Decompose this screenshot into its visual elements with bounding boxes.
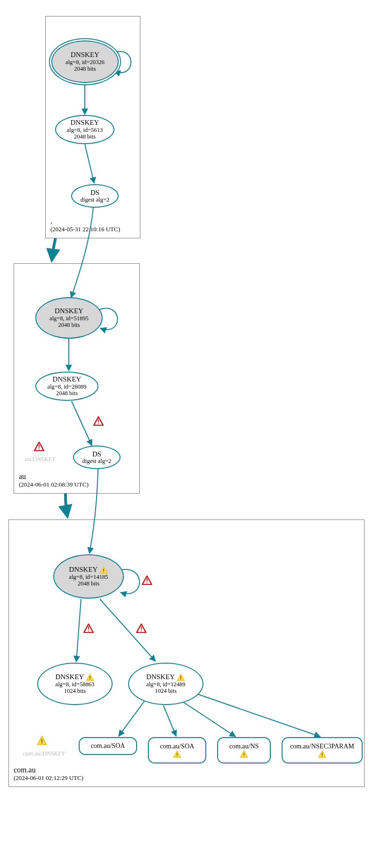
svg-rect-18 xyxy=(88,626,89,629)
node-comau-ksk-alg: alg=8, id=14185 xyxy=(69,574,108,580)
svg-rect-20 xyxy=(141,626,142,629)
node-root-ksk-alg: alg=8, id=20326 xyxy=(65,59,105,65)
zone-comau-name: com.au xyxy=(14,766,83,774)
warning-icon xyxy=(173,750,181,758)
svg-rect-0 xyxy=(104,568,104,571)
node-root-zsk-bits: 2048 bits xyxy=(74,133,96,140)
zone-comau-ts: (2024-06-01 02:12:29 UTC) xyxy=(14,774,83,782)
warning-icon xyxy=(318,750,326,758)
svg-rect-17 xyxy=(146,583,147,584)
node-comau-zsk2-title-wrap: DNSKEY xyxy=(146,673,186,681)
node-root-ksk[interactable]: DNSKEY alg=8, id=20326 2048 bits xyxy=(51,41,119,83)
node-root-zsk[interactable]: DNSKEY alg=8, id=5613 2048 bits xyxy=(55,115,114,144)
node-comau-ksk[interactable]: DNSKEY alg=8, id=14185 2048 bits xyxy=(53,554,124,599)
zone-au-label: au (2024-06-01 02:08:39 UTC) xyxy=(19,472,89,488)
node-root-ksk-bits: 2048 bits xyxy=(74,65,96,72)
node-comau-zsk1-title: DNSKEY xyxy=(56,673,84,681)
node-comau-zsk1-alg: alg=8, id=58863 xyxy=(56,681,95,688)
node-root-ds-alg: digest alg=2 xyxy=(81,196,110,203)
alert-icon xyxy=(83,624,94,633)
node-root-zsk-alg: alg=8, id=5613 xyxy=(67,127,103,133)
node-au-ksk-bits: 2048 bits xyxy=(58,322,80,328)
node-au-zsk-title: DNSKEY xyxy=(53,375,81,383)
warning-icon xyxy=(86,673,94,681)
svg-rect-5 xyxy=(181,679,181,679)
node-comau-zsk2-title: DNSKEY xyxy=(146,673,175,681)
svg-rect-7 xyxy=(177,755,177,756)
alert-icon xyxy=(34,442,44,451)
node-rr-ns[interactable]: com.au/NS xyxy=(217,737,271,763)
node-au-zsk[interactable]: DNSKEY alg=8, id=28089 2048 bits xyxy=(35,372,98,401)
warning-icon xyxy=(240,750,248,758)
node-au-ds[interactable]: DS digest alg=2 xyxy=(73,446,121,469)
alert-icon xyxy=(93,416,104,426)
svg-rect-12 xyxy=(98,419,99,422)
edge-zone-root-to-au xyxy=(52,238,56,260)
node-rr-soa1-label: com.au/SOA xyxy=(91,742,125,749)
node-rr-ns-label: com.au/NS xyxy=(229,743,259,750)
svg-rect-6 xyxy=(177,753,177,755)
svg-rect-19 xyxy=(88,631,89,632)
node-comau-ksk-bits: 2048 bits xyxy=(78,580,99,587)
canvas: . (2024-05-31 22:10:16 UTC) au (2024-06-… xyxy=(0,0,373,868)
node-rr-nsec3-label: com.au/NSEC3PARAM xyxy=(290,743,354,750)
warning-icon xyxy=(99,566,108,574)
warning-icon xyxy=(37,736,47,745)
node-au-ksk-title: DNSKEY xyxy=(55,307,83,315)
node-au-zsk-alg: alg=8, id=28089 xyxy=(48,383,87,390)
node-comau-ksk-title: DNSKEY xyxy=(69,566,98,574)
svg-rect-15 xyxy=(39,449,40,450)
svg-rect-16 xyxy=(146,578,147,581)
node-comau-zsk1-title-wrap: DNSKEY xyxy=(56,673,95,681)
zone-au-ts: (2024-06-01 02:08:39 UTC) xyxy=(19,481,89,488)
svg-rect-23 xyxy=(41,743,42,744)
svg-rect-9 xyxy=(243,755,244,756)
zone-root-name: . xyxy=(50,217,120,226)
svg-rect-4 xyxy=(181,676,181,678)
zone-comau-label: com.au (2024-06-01 02:12:29 UTC) xyxy=(14,766,83,782)
node-root-ds-title: DS xyxy=(90,189,99,197)
node-comau-ksk-title-wrap: DNSKEY xyxy=(69,566,108,574)
node-rr-soa2-label: com.au/SOA xyxy=(160,743,195,750)
svg-rect-13 xyxy=(98,423,99,424)
svg-rect-11 xyxy=(322,755,322,756)
svg-rect-22 xyxy=(41,739,42,742)
node-root-zsk-title: DNSKEY xyxy=(71,119,99,127)
svg-rect-10 xyxy=(322,753,322,755)
svg-rect-2 xyxy=(90,676,90,678)
alert-icon xyxy=(142,576,152,585)
node-comau-ghost-dnskey: com.au/DNSKEY xyxy=(13,744,74,763)
svg-rect-1 xyxy=(104,571,104,572)
warning-icon xyxy=(177,673,185,681)
svg-rect-14 xyxy=(39,445,40,447)
node-root-ds[interactable]: DS digest alg=2 xyxy=(71,184,119,208)
node-comau-zsk2-bits: 1024 bits xyxy=(155,688,177,694)
svg-rect-8 xyxy=(243,753,244,755)
svg-rect-21 xyxy=(141,631,142,632)
node-comau-ghost-label: com.au/DNSKEY xyxy=(23,750,65,757)
node-au-ksk[interactable]: DNSKEY alg=8, id=51895 2048 bits xyxy=(35,297,103,339)
node-au-ghost-dnskey: au/DNSKEY xyxy=(16,450,64,469)
node-rr-soa2[interactable]: com.au/SOA xyxy=(148,737,206,763)
alert-icon xyxy=(136,624,146,633)
node-root-ksk-title: DNSKEY xyxy=(71,51,99,59)
edge-zone-au-to-comau xyxy=(65,494,67,516)
node-comau-zsk2-alg: alg=8, id=12489 xyxy=(146,681,186,688)
svg-rect-3 xyxy=(90,679,90,679)
node-au-ksk-alg: alg=8, id=51895 xyxy=(49,315,89,322)
node-comau-zsk2[interactable]: DNSKEY alg=8, id=12489 1024 bits xyxy=(128,663,203,705)
node-comau-zsk1[interactable]: DNSKEY alg=8, id=58863 1024 bits xyxy=(37,663,113,705)
node-au-ds-title: DS xyxy=(92,450,101,458)
node-au-ds-alg: digest alg=2 xyxy=(82,458,112,464)
node-au-ghost-label: au/DNSKEY xyxy=(24,455,55,463)
node-comau-zsk1-bits: 1024 bits xyxy=(64,688,86,694)
node-rr-nsec3param[interactable]: com.au/NSEC3PARAM xyxy=(282,737,363,763)
node-au-zsk-bits: 2048 bits xyxy=(56,390,78,397)
node-rr-soa1[interactable]: com.au/SOA xyxy=(79,737,137,755)
zone-root-ts: (2024-05-31 22:10:16 UTC) xyxy=(50,226,120,233)
zone-root-label: . (2024-05-31 22:10:16 UTC) xyxy=(50,217,120,233)
zone-au-name: au xyxy=(19,472,89,481)
